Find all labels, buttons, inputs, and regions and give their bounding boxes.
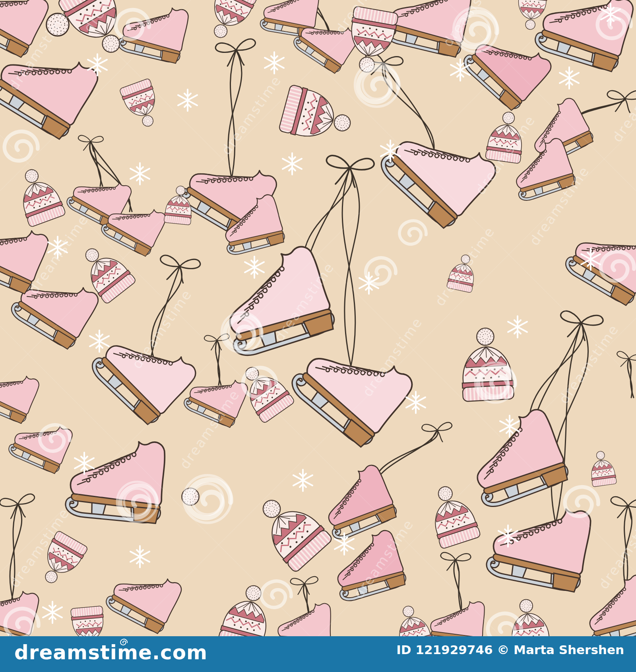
skate-lace-string [228, 50, 242, 184]
knit-hat-illustration [201, 0, 258, 45]
dreamstime-logo-text: dreamstime.com [14, 641, 207, 664]
stock-image-page: dreamstimedreamstimedreamstimedreamstime… [0, 0, 636, 672]
watermark-swirl-icon [399, 221, 426, 244]
watermark-text: dreamstime [218, 72, 285, 158]
knit-hat-illustration [247, 486, 334, 574]
knit-hat-illustration [12, 163, 66, 228]
lace-bow-illustration [615, 351, 636, 371]
ice-skate-illustration [487, 492, 596, 594]
snowflake-sparkle-icon [283, 153, 302, 175]
ice-skate-illustration [462, 406, 570, 508]
ice-skate-illustration [0, 360, 43, 425]
ice-skate-illustration [379, 108, 502, 231]
lace-bow-illustration [290, 576, 319, 596]
snowflake-sparkle-icon [90, 330, 109, 352]
skate-lace-string [384, 63, 436, 155]
snowflake-sparkle-icon [293, 470, 312, 491]
ice-skate-illustration [105, 557, 186, 635]
knit-hat-illustration [392, 602, 434, 636]
knit-hat-illustration [278, 84, 356, 148]
knit-hat-illustration [71, 606, 107, 636]
winter-skates-pattern-artwork: dreamstimedreamstimedreamstimedreamstime… [0, 0, 636, 636]
snowflake-sparkle-icon [560, 67, 579, 89]
watermark-text: dreamstime [432, 223, 498, 309]
snowflake-sparkle-icon [245, 256, 264, 278]
snowflake-sparkle-icon [43, 602, 62, 623]
knit-hat-illustration [217, 580, 277, 636]
knit-hat-illustration [423, 481, 481, 550]
ice-skate-illustration [428, 596, 487, 636]
watermark-footer-bar: dreamstime.com ID 121929746 © Marta Sher… [0, 636, 636, 672]
image-credit-text: ID 121929746 © Marta Shershen [396, 643, 624, 657]
snowflake-sparkle-icon [130, 163, 149, 185]
ice-skate-illustration [316, 462, 399, 540]
knit-hat-illustration [588, 450, 617, 487]
snowflake-sparkle-icon [508, 316, 527, 338]
snowflake-sparkle-icon [178, 89, 197, 111]
snowflake-sparkle-icon [406, 392, 425, 413]
lace-bow-illustration [215, 38, 258, 68]
lace-bow-illustration [324, 155, 374, 189]
knit-hat-illustration [119, 78, 165, 131]
skate-lace-string [345, 168, 359, 372]
skate-lace-string [217, 340, 221, 385]
ice-skate-illustration [564, 211, 636, 308]
snowflake-sparkle-icon [265, 52, 284, 74]
ice-skate-illustration [90, 315, 202, 427]
snowflake-sparkle-icon [130, 546, 149, 567]
lace-bow-illustration [440, 552, 471, 573]
watermark-swirl-icon [261, 581, 291, 607]
lace-bow-illustration [157, 254, 201, 285]
watermark-swirl-icon [366, 258, 396, 284]
skate-lace-string [375, 430, 438, 487]
